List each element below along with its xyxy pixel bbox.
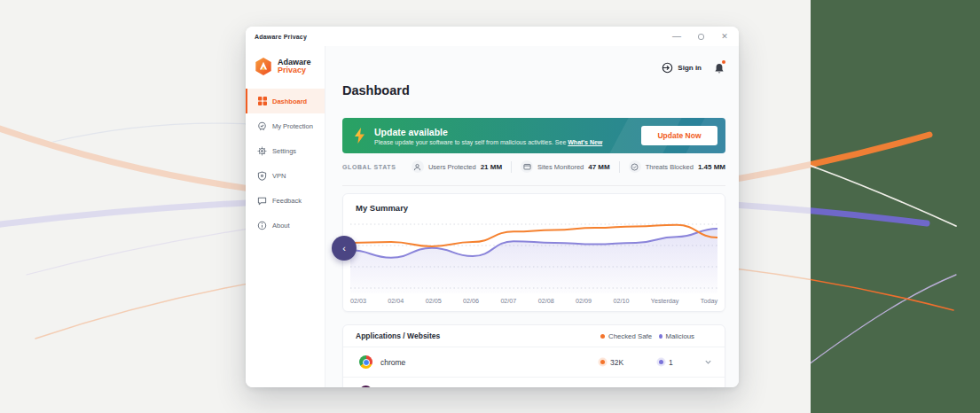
stat-users-protected: Users Protected 21 MM <box>412 160 502 173</box>
legend-malicious: Malicious <box>659 332 694 340</box>
update-banner: Update available Please update your soft… <box>342 118 725 153</box>
x-axis-label: 02/09 <box>576 297 592 305</box>
sidebar-item-vpn[interactable]: VPN <box>246 163 325 188</box>
whats-new-link[interactable]: What's New <box>568 139 602 145</box>
maximize-button[interactable] <box>695 31 706 42</box>
window-title: Adaware Privacy <box>255 34 307 40</box>
page-title: Dashboard <box>342 83 739 97</box>
stat-value: 1.45 MM <box>698 163 725 171</box>
table-header: Applications / Websites Checked Safe Mal… <box>343 325 725 347</box>
adaware-logo-icon <box>254 57 273 76</box>
orange-dot-icon <box>600 360 605 364</box>
stat-sites-monitored: Sites Monitored 47 MM <box>521 160 610 173</box>
slack-icon <box>359 386 372 387</box>
sidebar-item-dashboard[interactable]: Dashboard <box>246 89 325 113</box>
sidebar: Adaware Privacy Dashboard My Protection … <box>246 46 325 387</box>
chat-bubble-icon <box>257 196 267 206</box>
chrome-icon <box>359 355 372 369</box>
purple-dot-icon <box>659 334 662 339</box>
purple-dot-icon <box>659 360 663 364</box>
topbar: Sign in <box>325 46 739 76</box>
stat-threats-blocked: Threats Blocked 1.45 MM <box>629 160 725 173</box>
x-axis-label: Yesterday <box>651 297 679 305</box>
global-stats-label: GLOBAL STATS <box>342 164 396 170</box>
x-axis-label: 02/07 <box>500 297 516 305</box>
sidebar-item-settings[interactable]: Settings <box>246 138 325 163</box>
applications-card: Applications / Websites Checked Safe Mal… <box>342 324 725 387</box>
orange-dot-icon <box>600 334 605 339</box>
app-name: chrome <box>380 358 405 367</box>
sidebar-item-label: VPN <box>272 172 286 180</box>
window-titlebar: Adaware Privacy — ✕ <box>246 27 739 46</box>
app-logo: Adaware Privacy <box>246 46 325 89</box>
shield-check-icon <box>629 160 641 173</box>
minimize-button[interactable]: — <box>671 31 682 42</box>
x-axis-label: 02/08 <box>538 297 554 305</box>
sidebar-item-my-protection[interactable]: My Protection <box>246 113 325 138</box>
update-now-button[interactable]: Update Now <box>641 126 717 145</box>
close-button[interactable]: ✕ <box>719 31 730 42</box>
sidebar-item-label: Settings <box>272 147 296 155</box>
monitor-icon <box>521 160 533 173</box>
stat-value: 21 MM <box>481 163 502 171</box>
sign-in-label: Sign in <box>678 64 702 72</box>
table-row-slack[interactable]: Slack 189 1 <box>343 377 725 387</box>
legend-checked-safe: Checked Safe <box>600 332 659 340</box>
shield-icon <box>257 171 267 181</box>
shield-check-icon <box>257 121 267 131</box>
window-controls: — ✕ <box>671 31 730 42</box>
x-axis-label: 02/10 <box>613 297 629 305</box>
main-content: Sign in Dashboard Update available Pleas… <box>325 46 739 387</box>
x-axis-label: 02/04 <box>388 297 404 305</box>
table-row-chrome[interactable]: chrome 32K 1 <box>343 347 725 377</box>
sidebar-item-about[interactable]: About <box>246 213 325 238</box>
stat-label: Threats Blocked <box>646 163 694 171</box>
global-stats: GLOBAL STATS Users Protected 21 MM Sites… <box>342 160 725 173</box>
banner-title: Update available <box>374 127 602 137</box>
app-window: Adaware Privacy — ✕ Adaware Privacy <box>246 27 739 387</box>
malicious-value: 1 <box>659 358 694 367</box>
gear-icon <box>257 146 267 156</box>
sidebar-item-label: About <box>272 222 290 230</box>
login-arrow-icon <box>662 62 673 74</box>
x-axis-labels: 02/0302/0402/0502/0602/0702/0802/0902/10… <box>350 297 717 305</box>
checked-safe-value: 32K <box>600 358 659 367</box>
divider <box>342 185 725 186</box>
stat-value: 47 MM <box>588 163 609 171</box>
banner-message: Please update your software to stay self… <box>374 139 602 145</box>
info-icon <box>257 221 267 230</box>
grid-icon <box>257 97 267 106</box>
x-axis-label: 02/06 <box>463 297 479 305</box>
applications-header: Applications / Websites <box>356 331 600 340</box>
line-chart <box>350 219 717 293</box>
logo-text-privacy: Privacy <box>278 66 311 74</box>
lightning-bolt-icon <box>354 128 365 144</box>
green-band <box>811 0 980 413</box>
sign-in-button[interactable]: Sign in <box>662 62 702 74</box>
notification-bell-icon[interactable] <box>714 62 725 74</box>
stat-label: Sites Monitored <box>537 163 584 171</box>
sidebar-item-label: Dashboard <box>272 97 307 105</box>
sidebar-item-label: Feedback <box>272 197 302 205</box>
summary-title: My Summary <box>343 194 725 213</box>
sidebar-item-label: My Protection <box>272 122 313 130</box>
summary-chart <box>350 219 717 293</box>
notification-dot <box>722 60 725 64</box>
my-summary-card: My Summary <box>342 193 725 312</box>
x-axis-label: 02/03 <box>350 297 366 305</box>
x-axis-label: 02/05 <box>426 297 442 305</box>
chart-prev-button[interactable]: ‹ <box>332 236 357 261</box>
stat-label: Users Protected <box>428 163 476 171</box>
sidebar-item-feedback[interactable]: Feedback <box>246 188 325 213</box>
user-icon <box>412 160 424 173</box>
chevron-down-icon[interactable] <box>704 358 712 366</box>
x-axis-label: Today <box>701 297 717 305</box>
